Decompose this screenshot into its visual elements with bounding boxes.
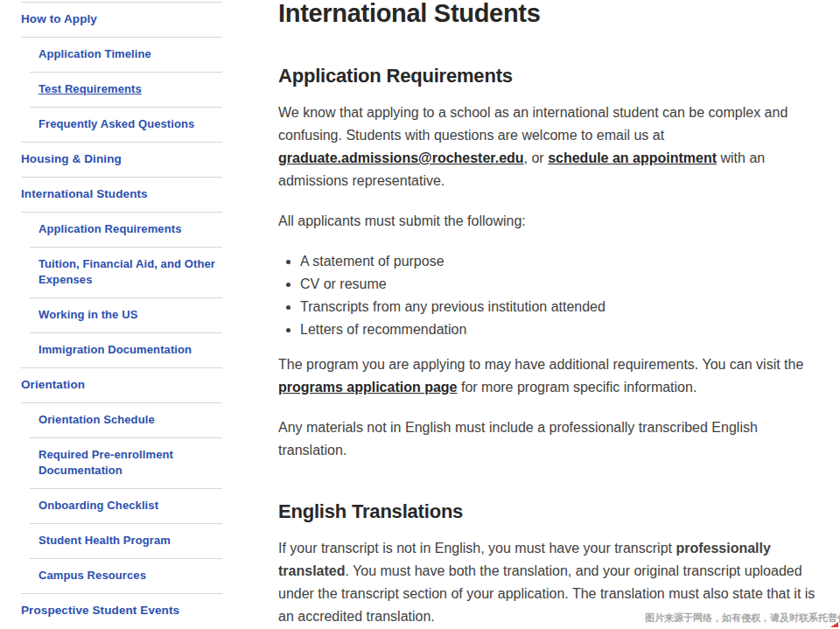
sidebar-item-application-requirements[interactable]: Application Requirements xyxy=(21,212,222,247)
sidebar-item-frequently-asked-questions[interactable]: Frequently Asked Questions xyxy=(30,107,222,142)
inline-link[interactable]: schedule an appointment xyxy=(548,150,717,165)
sidebar-item-required-pre-enrollment-documentation[interactable]: Required Pre-enrollment Documentation xyxy=(30,437,222,488)
text-run: The program you are applying to may have… xyxy=(278,357,803,372)
requirements-list: A statement of purposeCV or resumeTransc… xyxy=(278,250,816,341)
sidebar-item-campus-resources[interactable]: Campus Resources xyxy=(30,558,222,593)
sidebar-nav: How to ApplyApplication TimelineTest Req… xyxy=(21,2,222,628)
sidebar-item-application-timeline[interactable]: Application Timeline xyxy=(21,37,222,72)
paragraph: Any materials not in English must includ… xyxy=(278,416,816,462)
watermark: 图片来源于网络，如有侵权，请及时联系托普仕留学删除 xyxy=(645,612,840,624)
content-blocks: Application RequirementsWe know that app… xyxy=(278,65,816,628)
sidebar-item-international-students[interactable]: International Students xyxy=(21,177,222,212)
text-run: All applicants must submit the following… xyxy=(278,213,526,228)
list-item: CV or resume xyxy=(300,273,816,296)
sidebar-item-immigration-documentation[interactable]: Immigration Documentation xyxy=(30,332,222,367)
sidebar-item-onboarding-checklist[interactable]: Onboarding Checklist xyxy=(30,488,222,523)
sidebar-item-prospective-student-events[interactable]: Prospective Student Events xyxy=(21,593,222,628)
inline-link[interactable]: graduate.admissions@rochester.edu xyxy=(278,150,524,165)
text-run: Any materials not in English must includ… xyxy=(278,420,758,458)
text-run: We know that applying to a school as an … xyxy=(278,105,788,143)
sidebar-item-how-to-apply[interactable]: How to Apply xyxy=(21,2,222,37)
list-item: A statement of purpose xyxy=(300,250,816,273)
section-heading: Application Requirements xyxy=(278,65,816,87)
section-heading: English Translations xyxy=(278,500,816,523)
page-title: International Students xyxy=(278,0,816,26)
sidebar-item-student-health-program[interactable]: Student Health Program xyxy=(30,523,222,558)
text-run: If your transcript is not in English, yo… xyxy=(278,541,676,556)
paragraph: We know that applying to a school as an … xyxy=(278,101,816,192)
sidebar-item-working-in-the-us[interactable]: Working in the US xyxy=(30,297,222,332)
list-item: Letters of recommendation xyxy=(300,318,816,341)
sidebar-item-orientation[interactable]: Orientation xyxy=(21,367,222,402)
sidebar-item-orientation-schedule[interactable]: Orientation Schedule xyxy=(21,402,222,437)
sidebar-item-test-requirements[interactable]: Test Requirements xyxy=(30,72,222,107)
sidebar-item-housing-dining[interactable]: Housing & Dining xyxy=(21,142,222,177)
sidebar-item-tuition-financial-aid-and-other-expenses[interactable]: Tuition, Financial Aid, and Other Expens… xyxy=(30,247,222,297)
text-run: , or xyxy=(524,150,549,165)
paragraph: The program you are applying to may have… xyxy=(278,353,816,399)
inline-link[interactable]: programs application page xyxy=(278,380,457,395)
text-run: for more program specific information. xyxy=(457,380,696,395)
list-item: Transcripts from any previous institutio… xyxy=(300,296,816,318)
paragraph: All applicants must submit the following… xyxy=(278,210,816,233)
main-content: International Students Application Requi… xyxy=(278,0,816,629)
